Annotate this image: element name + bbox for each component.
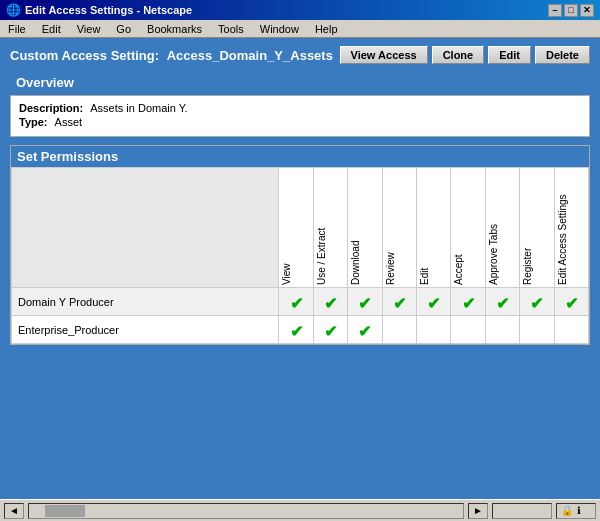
permission-cell[interactable]: ✔ (451, 288, 485, 316)
checkmark-icon: ✔ (324, 295, 337, 312)
table-corner-cell (12, 168, 279, 288)
window-controls: – □ ✕ (548, 4, 594, 17)
app-icon: 🌐 (6, 3, 21, 17)
col-accept: Accept (451, 168, 485, 288)
menu-bookmarks[interactable]: Bookmarks (143, 23, 206, 35)
window-title: Edit Access Settings - Netscape (25, 4, 192, 16)
page-title: Custom Access Setting: Access_Domain_Y_A… (10, 48, 333, 63)
col-register: Register (520, 168, 554, 288)
checkmark-icon: ✔ (358, 295, 371, 312)
overview-description: Description: Assets in Domain Y. (19, 102, 581, 114)
content-area: Custom Access Setting: Access_Domain_Y_A… (0, 38, 600, 499)
col-approve-tabs: Approve Tabs (485, 168, 519, 288)
status-left: ◄ (4, 503, 24, 519)
permissions-section: Set Permissions View Use / Extract Downl… (10, 145, 590, 345)
col-edit-label: Edit (419, 175, 432, 285)
menu-edit[interactable]: Edit (38, 23, 65, 35)
status-info (492, 503, 552, 519)
close-button[interactable]: ✕ (580, 4, 594, 17)
overview-box: Description: Assets in Domain Y. Type: A… (10, 95, 590, 137)
permission-cell[interactable]: ✔ (485, 288, 519, 316)
col-use-extract-label: Use / Extract (316, 175, 329, 285)
page-title-name: Access_Domain_Y_Assets (167, 48, 333, 63)
menu-help[interactable]: Help (311, 23, 342, 35)
col-edit-access-settings-label: Edit Access Settings (557, 175, 570, 285)
action-buttons: View Access Clone Edit Delete (340, 46, 590, 64)
checkmark-icon: ✔ (565, 295, 578, 312)
permissions-section-header: Set Permissions (11, 146, 589, 167)
col-review-label: Review (385, 175, 398, 285)
col-edit-access-settings: Edit Access Settings (554, 168, 588, 288)
permission-cell[interactable] (451, 316, 485, 344)
permission-cell[interactable] (382, 316, 416, 344)
permission-cell[interactable]: ✔ (382, 288, 416, 316)
checkmark-icon: ✔ (290, 323, 303, 340)
delete-button[interactable]: Delete (535, 46, 590, 64)
status-right: ► (468, 503, 488, 519)
menu-bar: File Edit View Go Bookmarks Tools Window… (0, 20, 600, 38)
overview-type: Type: Asset (19, 116, 581, 128)
checkmark-icon: ✔ (530, 295, 543, 312)
permissions-table: View Use / Extract Download Review Edit (11, 167, 589, 344)
scroll-left-icon[interactable]: ◄ (9, 505, 19, 516)
scroll-right-icon[interactable]: ► (473, 505, 483, 516)
checkmark-icon: ✔ (324, 323, 337, 340)
edit-button[interactable]: Edit (488, 46, 531, 64)
col-view-label: View (281, 175, 294, 285)
row-label: Domain Y Producer (12, 288, 279, 316)
status-bar: ◄ ► 🔒 ℹ (0, 499, 600, 521)
menu-file[interactable]: File (4, 23, 30, 35)
col-download-label: Download (350, 175, 363, 285)
permission-cell[interactable]: ✔ (348, 288, 382, 316)
overview-section-header: Overview (10, 72, 590, 93)
permission-cell[interactable]: ✔ (520, 288, 554, 316)
header-row: Custom Access Setting: Access_Domain_Y_A… (10, 46, 590, 64)
menu-tools[interactable]: Tools (214, 23, 248, 35)
col-review: Review (382, 168, 416, 288)
view-access-button[interactable]: View Access (340, 46, 428, 64)
table-header-row: View Use / Extract Download Review Edit (12, 168, 589, 288)
maximize-button[interactable]: □ (564, 4, 578, 17)
permission-cell[interactable]: ✔ (279, 316, 313, 344)
permission-cell[interactable]: ✔ (313, 288, 347, 316)
row-label: Enterprise_Producer (12, 316, 279, 344)
col-view: View (279, 168, 313, 288)
description-value: Assets in Domain Y. (90, 102, 187, 114)
menu-go[interactable]: Go (112, 23, 135, 35)
horizontal-scrollbar[interactable] (28, 503, 464, 519)
permission-cell[interactable]: ✔ (348, 316, 382, 344)
scrollbar-thumb (45, 505, 85, 517)
menu-window[interactable]: Window (256, 23, 303, 35)
permission-cell[interactable]: ✔ (417, 288, 451, 316)
checkmark-icon: ✔ (462, 295, 475, 312)
col-approve-tabs-label: Approve Tabs (488, 175, 501, 285)
col-edit: Edit (417, 168, 451, 288)
permission-cell[interactable]: ✔ (313, 316, 347, 344)
type-value: Asset (55, 116, 83, 128)
table-row: Domain Y Producer✔✔✔✔✔✔✔✔✔ (12, 288, 589, 316)
page-title-prefix: Custom Access Setting: (10, 48, 159, 63)
permission-cell[interactable] (520, 316, 554, 344)
col-accept-label: Accept (453, 175, 466, 285)
col-download: Download (348, 168, 382, 288)
clone-button[interactable]: Clone (432, 46, 485, 64)
type-label: Type: (19, 116, 48, 128)
checkmark-icon: ✔ (496, 295, 509, 312)
minimize-button[interactable]: – (548, 4, 562, 17)
col-register-label: Register (522, 175, 535, 285)
checkmark-icon: ✔ (427, 295, 440, 312)
menu-view[interactable]: View (73, 23, 105, 35)
checkmark-icon: ✔ (358, 323, 371, 340)
permission-cell[interactable] (554, 316, 588, 344)
table-row: Enterprise_Producer✔✔✔ (12, 316, 589, 344)
title-bar: 🌐 Edit Access Settings - Netscape – □ ✕ (0, 0, 600, 20)
permission-cell[interactable] (485, 316, 519, 344)
security-icon: 🔒 (561, 505, 573, 516)
status-icons: 🔒 ℹ (556, 503, 596, 519)
permission-cell[interactable]: ✔ (279, 288, 313, 316)
description-label: Description: (19, 102, 83, 114)
permission-cell[interactable] (417, 316, 451, 344)
checkmark-icon: ✔ (290, 295, 303, 312)
permission-cell[interactable]: ✔ (554, 288, 588, 316)
col-use-extract: Use / Extract (313, 168, 347, 288)
